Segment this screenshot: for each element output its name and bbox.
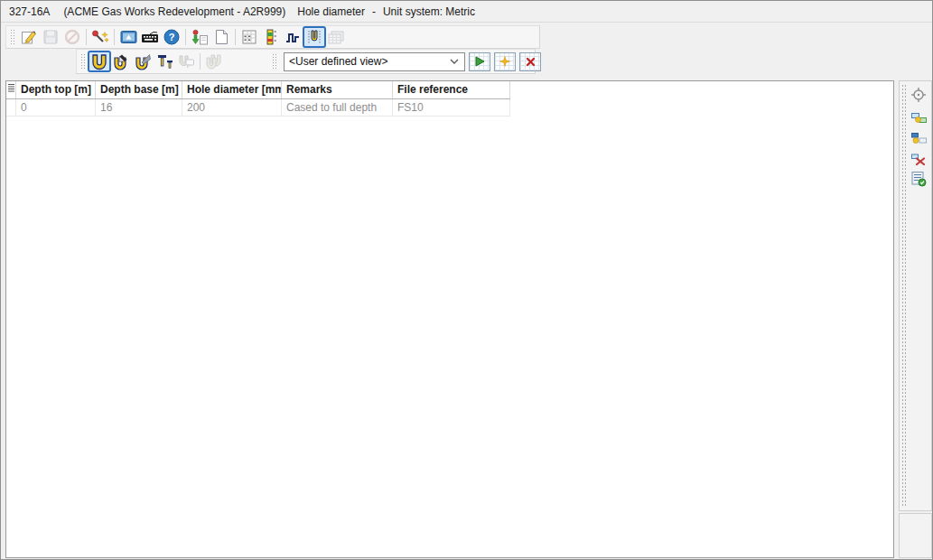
- tables-icon: [327, 30, 345, 45]
- close-icon: [526, 57, 536, 67]
- insert-record-after-button[interactable]: [909, 130, 928, 148]
- save-icon: [42, 29, 59, 45]
- main-toolbar: ?: [5, 25, 540, 49]
- hole-diameter-grid: Depth top [m] Depth base [m] Hole diamet…: [6, 81, 510, 117]
- help-icon: ?: [163, 29, 180, 45]
- insert-record-after-icon: [910, 132, 928, 146]
- hole-diameter-chart-icon: [306, 29, 322, 45]
- column-header-hole-diameter[interactable]: Hole diameter [mm]: [182, 81, 282, 98]
- pane-title-bar: 327-16A (ACME Gas Works Redevelopment - …: [1, 1, 932, 23]
- crosshair-icon: [910, 87, 927, 103]
- new-page-button[interactable]: [210, 27, 232, 47]
- new-view-button[interactable]: [494, 52, 516, 71]
- bottom-right-panel: [899, 513, 932, 558]
- cell-hole-diameter[interactable]: 200: [182, 99, 282, 117]
- validate-records-icon: [910, 171, 927, 187]
- delete-view-button[interactable]: [519, 52, 541, 71]
- chevron-down-icon: [449, 58, 460, 65]
- record-toolbar: [899, 80, 932, 511]
- duplicate-casing-button: [203, 51, 225, 71]
- apply-view-button[interactable]: [469, 52, 490, 71]
- delete-record-button[interactable]: [909, 150, 928, 168]
- column-header-file-reference[interactable]: File reference: [393, 81, 510, 98]
- cell-depth-base[interactable]: 16: [96, 99, 182, 117]
- insert-record-before-button[interactable]: [909, 110, 928, 128]
- svg-text:?: ?: [169, 32, 175, 42]
- row-selector-header[interactable]: [6, 81, 16, 98]
- wizard-icon: [91, 29, 109, 45]
- column-header-remarks[interactable]: Remarks: [282, 81, 393, 98]
- hole-diameter-edit-icon: [112, 53, 130, 70]
- view-name: Hole diameter: [297, 5, 365, 18]
- row-selector-icon: [7, 83, 14, 93]
- hole-diameter-view-icon: [90, 53, 108, 70]
- cell-depth-top[interactable]: 0: [16, 99, 96, 117]
- keyboard-icon: [141, 31, 159, 44]
- view-selector-dropdown[interactable]: <User defined view>: [284, 52, 465, 71]
- column-header-depth-base[interactable]: Depth base [m]: [96, 81, 182, 98]
- cell-remarks[interactable]: Cased to full depth: [282, 99, 393, 117]
- grid-options-button[interactable]: [238, 27, 260, 47]
- toolbar-drag-handle[interactable]: [10, 29, 14, 45]
- row-selector-cell[interactable]: [6, 99, 16, 117]
- column-header-depth-top[interactable]: Depth top [m]: [16, 81, 96, 98]
- cell-file-reference[interactable]: FS10: [393, 99, 510, 117]
- cancel-icon: [64, 29, 80, 45]
- screen-capture-button[interactable]: [117, 27, 139, 47]
- remarks-icon: [177, 53, 195, 70]
- keyboard-entry-button[interactable]: [139, 27, 161, 47]
- log-strip-button[interactable]: [260, 27, 282, 47]
- delete-record-icon: [910, 153, 927, 166]
- remarks-button: [175, 51, 197, 71]
- hole-diameter-edit-button[interactable]: [110, 51, 132, 71]
- transfer-data-icon: [191, 29, 209, 45]
- title-separator: -: [372, 5, 376, 18]
- table-row: 0 16 200 Cased to full depth FS10: [6, 99, 510, 117]
- toolbar-separator: [235, 29, 236, 45]
- save-button: [40, 27, 61, 47]
- tables-button: [325, 27, 347, 47]
- view-selector-value: <User defined view>: [289, 55, 449, 68]
- toolbar-separator: [185, 29, 186, 45]
- project-name: (ACME Gas Works Redevelopment - A2R999): [63, 5, 285, 18]
- step-chart-icon: [285, 30, 301, 44]
- edit-icon: [21, 29, 38, 45]
- data-grid-panel: Depth top [m] Depth base [m] Hole diamet…: [5, 80, 894, 558]
- new-page-icon: [215, 29, 229, 45]
- grid-header-row: Depth top [m] Depth base [m] Hole diamet…: [6, 81, 510, 99]
- grid-options-icon: [241, 29, 257, 45]
- star-icon: [499, 56, 510, 67]
- record-toolbar-icons: [909, 86, 928, 190]
- play-icon: [474, 56, 485, 67]
- transfer-data-button[interactable]: [189, 27, 210, 47]
- view-toolbar: <User defined view>: [76, 49, 536, 74]
- toolbar-drag-handle[interactable]: [80, 53, 85, 70]
- depth-markers-button[interactable]: [154, 51, 175, 71]
- validate-records-button[interactable]: [909, 170, 928, 188]
- edit-button[interactable]: [18, 27, 40, 47]
- wizard-button[interactable]: [89, 27, 111, 47]
- unit-system: Unit system: Metric: [383, 5, 475, 18]
- step-chart-button[interactable]: [282, 27, 303, 47]
- hole-diameter-wizard-button[interactable]: [132, 51, 154, 71]
- screen-icon: [120, 30, 137, 44]
- hole-diameter-window: { "title": { "hole_id": "327-16A", "proj…: [0, 0, 933, 560]
- toolbar-separator: [200, 53, 201, 70]
- toolbar-drag-handle[interactable]: [272, 53, 276, 70]
- hole-id: 327-16A: [9, 5, 50, 18]
- help-button[interactable]: ?: [161, 27, 182, 47]
- duplicate-casing-icon: [204, 53, 224, 70]
- hole-diameter-wizard-icon: [134, 53, 152, 70]
- locate-button[interactable]: [909, 86, 928, 104]
- insert-record-before-icon: [910, 112, 928, 126]
- toolbar-separator: [86, 29, 87, 45]
- depth-markers-icon: [156, 53, 173, 70]
- log-strip-icon: [264, 29, 278, 45]
- cancel-button: [61, 27, 83, 47]
- hole-diameter-chart-button[interactable]: [303, 27, 325, 47]
- hole-diameter-view-button[interactable]: [89, 51, 110, 71]
- toolbar-drag-handle[interactable]: [901, 84, 906, 508]
- toolbar-separator: [114, 29, 115, 45]
